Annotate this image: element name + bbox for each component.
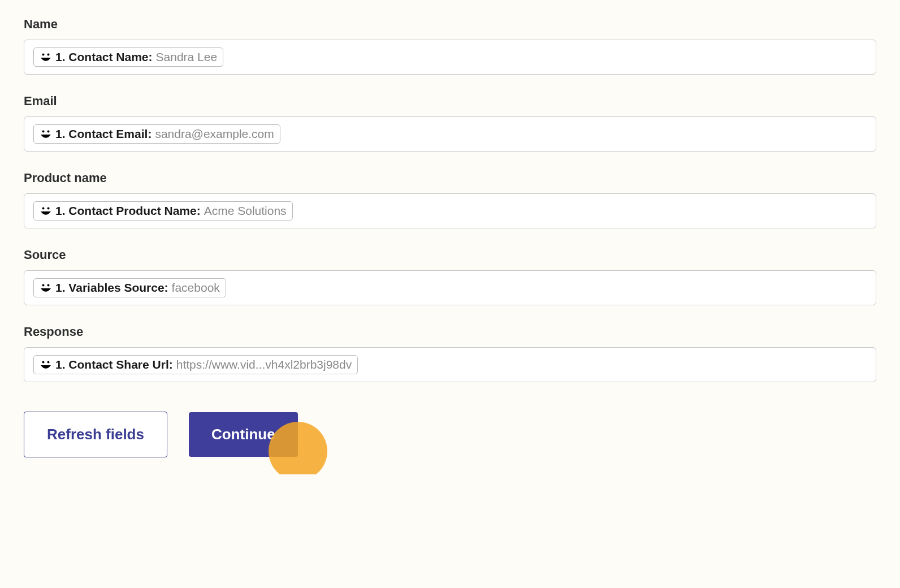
svg-point-9 bbox=[47, 361, 50, 364]
svg-point-1 bbox=[47, 54, 50, 56]
smile-icon bbox=[40, 51, 52, 63]
token-pill[interactable]: 1. Variables Source: facebook bbox=[33, 278, 226, 297]
svg-point-8 bbox=[42, 361, 45, 364]
svg-point-6 bbox=[42, 284, 45, 287]
svg-point-4 bbox=[42, 207, 45, 210]
svg-point-2 bbox=[42, 131, 45, 133]
svg-point-5 bbox=[47, 207, 50, 210]
svg-point-0 bbox=[42, 54, 45, 56]
field-input-response[interactable]: 1. Contact Share Url: https://www.vid...… bbox=[24, 347, 876, 382]
refresh-fields-button[interactable]: Refresh fields bbox=[24, 412, 167, 457]
pill-value: Acme Solutions bbox=[204, 204, 287, 218]
field-label-email: Email bbox=[24, 94, 876, 109]
field-label-response: Response bbox=[24, 325, 876, 339]
field-input-name[interactable]: 1. Contact Name: Sandra Lee bbox=[24, 40, 876, 75]
button-row: Refresh fields Continue bbox=[24, 412, 876, 457]
svg-point-3 bbox=[47, 131, 50, 133]
pill-value: https://www.vid...vh4xl2brb3j98dv bbox=[176, 358, 352, 371]
pill-label: 1. Contact Email: bbox=[55, 127, 152, 141]
pill-label: 1. Contact Share Url: bbox=[55, 358, 173, 371]
field-label-product: Product name bbox=[24, 171, 876, 185]
field-response: Response 1. Contact Share Url: https://w… bbox=[24, 325, 876, 382]
field-email: Email 1. Contact Email: sandra@example.c… bbox=[24, 94, 876, 152]
smile-icon bbox=[40, 128, 52, 140]
field-input-email[interactable]: 1. Contact Email: sandra@example.com bbox=[24, 116, 876, 152]
svg-point-7 bbox=[47, 284, 50, 287]
pill-label: 1. Contact Name: bbox=[55, 50, 153, 64]
token-pill[interactable]: 1. Contact Product Name: Acme Solutions bbox=[33, 201, 293, 220]
field-input-source[interactable]: 1. Variables Source: facebook bbox=[24, 270, 876, 305]
token-pill[interactable]: 1. Contact Share Url: https://www.vid...… bbox=[33, 355, 358, 374]
field-product-name: Product name 1. Contact Product Name: Ac… bbox=[24, 171, 876, 228]
pill-value: facebook bbox=[172, 281, 220, 295]
pill-label: 1. Variables Source: bbox=[55, 281, 168, 295]
field-label-name: Name bbox=[24, 17, 876, 32]
field-input-product[interactable]: 1. Contact Product Name: Acme Solutions bbox=[24, 193, 876, 228]
field-name: Name 1. Contact Name: Sandra Lee bbox=[24, 17, 876, 75]
pill-label: 1. Contact Product Name: bbox=[55, 204, 201, 218]
field-label-source: Source bbox=[24, 248, 876, 262]
field-source: Source 1. Variables Source: facebook bbox=[24, 248, 876, 305]
continue-button[interactable]: Continue bbox=[189, 412, 298, 457]
smile-icon bbox=[40, 282, 52, 293]
token-pill[interactable]: 1. Contact Email: sandra@example.com bbox=[33, 124, 280, 144]
pill-value: Sandra Lee bbox=[156, 50, 218, 64]
smile-icon bbox=[40, 205, 52, 217]
pill-value: sandra@example.com bbox=[155, 127, 274, 141]
token-pill[interactable]: 1. Contact Name: Sandra Lee bbox=[33, 47, 223, 67]
form-container: Name 1. Contact Name: Sandra Lee Email bbox=[24, 17, 876, 457]
smile-icon bbox=[40, 359, 52, 370]
